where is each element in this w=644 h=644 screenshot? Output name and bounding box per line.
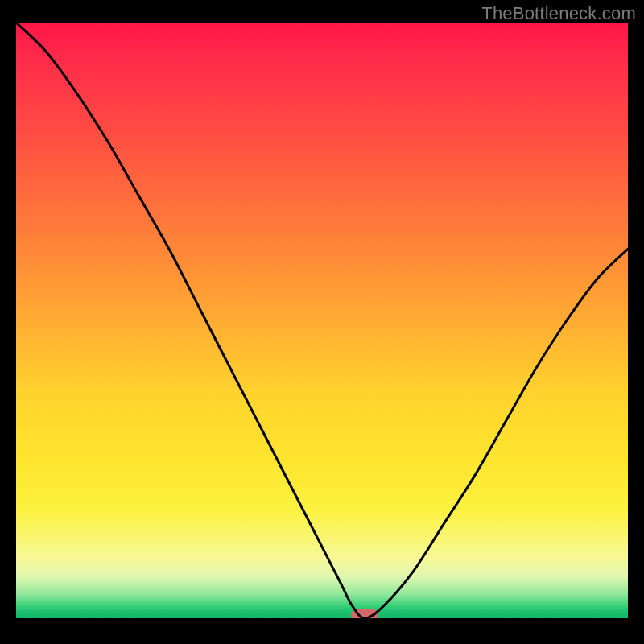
plot-area [16, 23, 628, 618]
chart-frame: TheBottleneck.com [0, 0, 644, 644]
watermark-text: TheBottleneck.com [481, 3, 636, 24]
bottleneck-curve [16, 23, 628, 618]
